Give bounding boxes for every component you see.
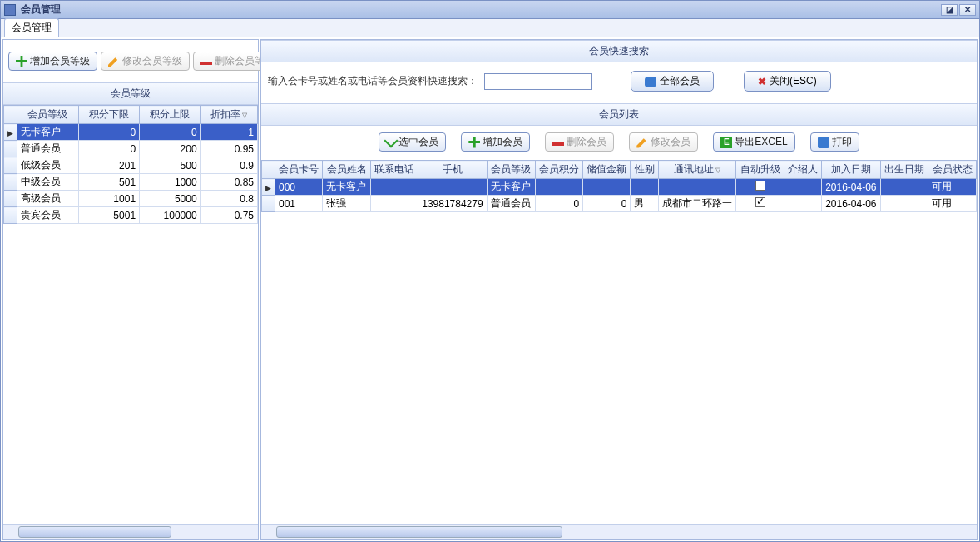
member-col-card[interactable]: 会员卡号 bbox=[275, 161, 323, 179]
window-title: 会员管理 bbox=[21, 2, 61, 17]
left-pane: 增加会员等级 修改会员等级 删除会员等级 会员等级 会员等级 积分下 bbox=[2, 39, 259, 540]
level-cell-min: 0 bbox=[78, 124, 140, 141]
level-cell-name: 中级会员 bbox=[17, 174, 79, 191]
level-cell-max: 5000 bbox=[140, 191, 201, 207]
level-cell-rate: 1 bbox=[200, 124, 257, 141]
search-input[interactable] bbox=[484, 73, 592, 90]
level-col-min[interactable]: 积分下限 bbox=[78, 106, 140, 124]
member-col-level[interactable]: 会员等级 bbox=[488, 161, 535, 179]
level-cell-name: 高级会员 bbox=[17, 191, 79, 207]
level-row[interactable]: 低级会员2015000.9 bbox=[4, 157, 258, 174]
cell-birth bbox=[881, 196, 928, 212]
close-label: 关闭(ESC) bbox=[770, 74, 817, 88]
edit-level-label: 修改会员等级 bbox=[122, 54, 182, 68]
level-cell-name: 低级会员 bbox=[17, 157, 79, 174]
close-window-button[interactable]: ✕ bbox=[959, 4, 976, 16]
auto-upgrade-checkbox[interactable] bbox=[755, 181, 765, 191]
cell-points: 0 bbox=[535, 196, 582, 212]
member-col-ref[interactable]: 介绍人 bbox=[784, 161, 821, 179]
left-hscroll[interactable] bbox=[3, 524, 258, 539]
cell-mobile bbox=[418, 179, 488, 196]
member-col-status[interactable]: 会员状态 bbox=[928, 161, 977, 179]
level-row[interactable]: 贵宾会员50011000000.75 bbox=[4, 207, 258, 224]
cell-auto bbox=[736, 179, 784, 196]
cell-mobile: 13981784279 bbox=[418, 196, 488, 212]
cell-level: 普通会员 bbox=[488, 196, 535, 212]
level-row[interactable]: 中级会员50110000.85 bbox=[4, 174, 258, 191]
cell-card: 001 bbox=[275, 196, 323, 212]
add-member-button[interactable]: 增加会员 bbox=[461, 132, 530, 152]
cell-auto bbox=[736, 196, 784, 212]
member-col-name[interactable]: 会员姓名 bbox=[323, 161, 370, 179]
add-member-label: 增加会员 bbox=[483, 135, 522, 149]
member-col-tel[interactable]: 联系电话 bbox=[370, 161, 418, 179]
level-section-title: 会员等级 bbox=[3, 82, 258, 105]
add-level-button[interactable]: 增加会员等级 bbox=[8, 52, 97, 71]
level-grid-wrap[interactable]: 会员等级 积分下限 积分上限 折扣率▽ 无卡客户001普通会员02000.95低… bbox=[3, 105, 258, 524]
level-row[interactable]: 普通会员02000.95 bbox=[4, 141, 258, 157]
member-col-mobile[interactable]: 手机 bbox=[418, 161, 488, 179]
member-col-points[interactable]: 会员积分 bbox=[535, 161, 582, 179]
level-row[interactable]: 无卡客户001 bbox=[4, 124, 258, 141]
delete-member-button[interactable]: 删除会员 bbox=[545, 132, 614, 152]
cell-addr bbox=[658, 179, 736, 196]
auto-upgrade-checkbox[interactable] bbox=[755, 197, 765, 207]
member-col-join[interactable]: 加入日期 bbox=[822, 161, 881, 179]
close-button[interactable]: ✖ 关闭(ESC) bbox=[744, 71, 831, 92]
cell-status: 可用 bbox=[928, 179, 977, 196]
member-col-stored[interactable]: 储值金额 bbox=[583, 161, 631, 179]
app-window: 会员管理 ◪ ✕ 会员管理 增加会员等级 修改会员等级 删除会员等级 bbox=[0, 0, 980, 542]
cell-tel bbox=[370, 196, 418, 212]
level-cell-name: 贵宾会员 bbox=[17, 207, 79, 224]
level-col-rate[interactable]: 折扣率▽ bbox=[200, 106, 257, 124]
titlebar[interactable]: 会员管理 ◪ ✕ bbox=[1, 1, 979, 19]
select-member-button[interactable]: 选中会员 bbox=[379, 132, 446, 152]
all-members-button[interactable]: 全部会员 bbox=[631, 71, 714, 92]
row-marker bbox=[4, 157, 17, 174]
minimize-button[interactable]: ◪ bbox=[941, 4, 958, 16]
cell-ref bbox=[784, 179, 821, 196]
level-col-name[interactable]: 会员等级 bbox=[17, 106, 79, 124]
level-cell-max: 200 bbox=[140, 141, 201, 157]
row-marker bbox=[262, 196, 275, 212]
level-cell-max: 100000 bbox=[140, 207, 201, 224]
check-icon bbox=[384, 134, 398, 148]
level-cell-rate: 0.95 bbox=[200, 141, 257, 157]
edit-member-button[interactable]: 修改会员 bbox=[629, 132, 698, 152]
cell-addr: 成都市二环路一 bbox=[658, 196, 736, 212]
right-hscroll[interactable] bbox=[261, 524, 977, 539]
level-grid: 会员等级 积分下限 积分上限 折扣率▽ 无卡客户001普通会员02000.95低… bbox=[3, 105, 258, 224]
edit-level-button[interactable]: 修改会员等级 bbox=[101, 52, 190, 71]
row-marker bbox=[4, 207, 17, 224]
member-col-auto[interactable]: 自动升级 bbox=[736, 161, 784, 179]
tab-member-manage[interactable]: 会员管理 bbox=[4, 18, 59, 37]
member-grid-wrap[interactable]: 会员卡号 会员姓名 联系电话 手机 会员等级 会员积分 储值金额 性别 通讯地址… bbox=[261, 160, 977, 524]
print-button[interactable]: 打印 bbox=[810, 132, 859, 152]
print-icon bbox=[818, 137, 829, 148]
level-row[interactable]: 高级会员100150000.8 bbox=[4, 191, 258, 207]
level-col-max[interactable]: 积分上限 bbox=[140, 106, 201, 124]
member-row[interactable]: 000无卡客户无卡客户2016-04-06可用 bbox=[262, 179, 977, 196]
member-row[interactable]: 001张强13981784279普通会员00男成都市二环路一2016-04-06… bbox=[262, 196, 977, 212]
member-col-gender[interactable]: 性别 bbox=[631, 161, 658, 179]
member-toolbar: 选中会员 增加会员 删除会员 修改会员 E 导出EXCEL bbox=[261, 126, 977, 160]
cell-join: 2016-04-06 bbox=[822, 179, 881, 196]
export-excel-button[interactable]: E 导出EXCEL bbox=[713, 132, 794, 152]
row-marker bbox=[4, 124, 17, 141]
search-bar: 输入会卡号或姓名或电话等会员资料快速搜索： 全部会员 ✖ 关闭(ESC) bbox=[261, 62, 977, 103]
member-col-birth[interactable]: 出生日期 bbox=[881, 161, 928, 179]
level-col-marker bbox=[4, 106, 17, 124]
cell-name: 无卡客户 bbox=[323, 179, 370, 196]
level-cell-max: 1000 bbox=[140, 174, 201, 191]
level-cell-min: 0 bbox=[78, 141, 140, 157]
level-cell-rate: 0.9 bbox=[200, 157, 257, 174]
row-marker bbox=[4, 141, 17, 157]
delete-member-label: 删除会员 bbox=[567, 135, 606, 149]
level-cell-rate: 0.75 bbox=[200, 207, 257, 224]
row-marker bbox=[262, 179, 275, 196]
member-col-addr[interactable]: 通讯地址▽ bbox=[658, 161, 736, 179]
member-col-marker bbox=[262, 161, 275, 179]
level-cell-max: 500 bbox=[140, 157, 201, 174]
app-icon bbox=[4, 4, 16, 16]
cell-points bbox=[535, 179, 582, 196]
